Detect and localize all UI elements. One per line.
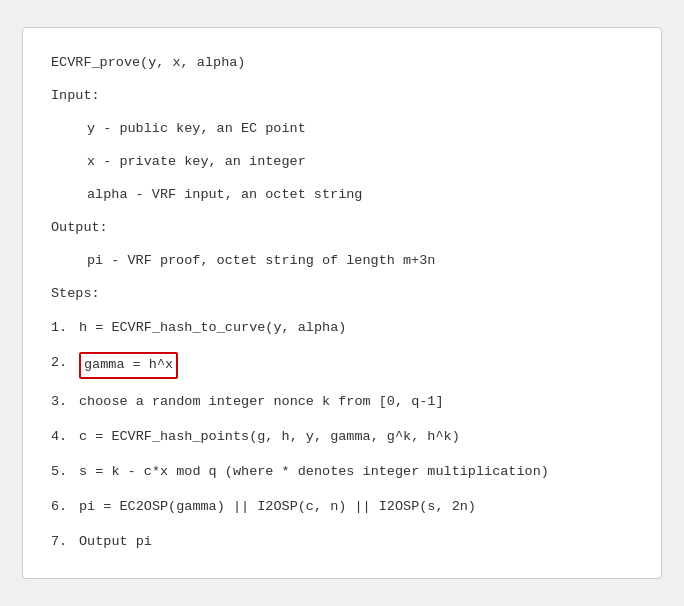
input-y: y - public key, an EC point [51, 118, 633, 141]
step-5-text: s = k - c*x mod q (where * denotes integ… [79, 461, 549, 484]
step-4-num: 4. [51, 426, 79, 449]
input-label: Input: [51, 85, 633, 108]
step-7-num: 7. [51, 531, 79, 554]
step-4-text: c = ECVRF_hash_points(g, h, y, gamma, g^… [79, 426, 460, 449]
step-3-num: 3. [51, 391, 79, 414]
step-7: 7. Output pi [51, 531, 633, 554]
code-container: ECVRF_prove(y, x, alpha) Input: y - publ… [22, 27, 662, 579]
steps-label: Steps: [51, 283, 633, 306]
step-2-text: gamma = h^x [79, 352, 178, 379]
step-5: 5. s = k - c*x mod q (where * denotes in… [51, 461, 633, 484]
step-6-num: 6. [51, 496, 79, 519]
step-6-text: pi = EC2OSP(gamma) || I2OSP(c, n) || I2O… [79, 496, 476, 519]
output-label: Output: [51, 217, 633, 240]
input-x: x - private key, an integer [51, 151, 633, 174]
function-signature: ECVRF_prove(y, x, alpha) [51, 52, 633, 75]
step-2-num: 2. [51, 352, 79, 379]
step-1-text: h = ECVRF_hash_to_curve(y, alpha) [79, 317, 346, 340]
step-3-text: choose a random integer nonce k from [0,… [79, 391, 444, 414]
step-1-num: 1. [51, 317, 79, 340]
output-pi: pi - VRF proof, octet string of length m… [51, 250, 633, 273]
step-4: 4. c = ECVRF_hash_points(g, h, y, gamma,… [51, 426, 633, 449]
step-7-text: Output pi [79, 531, 152, 554]
step-1: 1. h = ECVRF_hash_to_curve(y, alpha) [51, 317, 633, 340]
step-2: 2. gamma = h^x [51, 352, 633, 379]
step-3: 3. choose a random integer nonce k from … [51, 391, 633, 414]
input-alpha: alpha - VRF input, an octet string [51, 184, 633, 207]
step-6: 6. pi = EC2OSP(gamma) || I2OSP(c, n) || … [51, 496, 633, 519]
step-5-num: 5. [51, 461, 79, 484]
